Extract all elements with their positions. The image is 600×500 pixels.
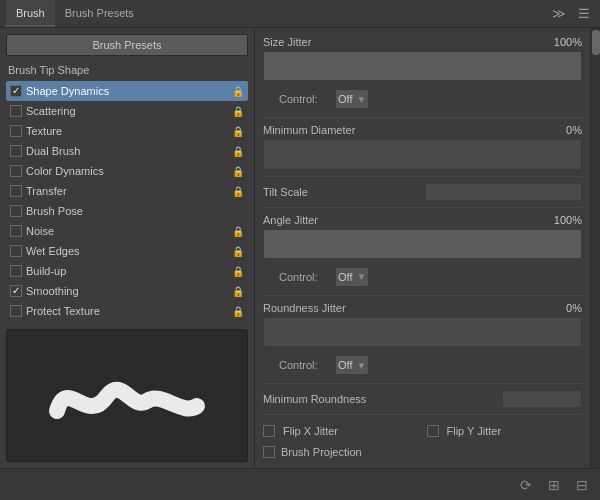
brush-item-brush-pose[interactable]: Brush Pose	[6, 201, 248, 221]
brush-item-build-up[interactable]: Build-up 🔒	[6, 261, 248, 281]
brush-item-protect-texture[interactable]: Protect Texture 🔒	[6, 301, 248, 321]
min-roundness-row: Minimum Roundness	[263, 390, 582, 408]
control-label-1: Control:	[279, 93, 329, 105]
control-dropdown-arrow-2: ▼	[356, 271, 366, 282]
tab-expand-icon[interactable]: ≫	[548, 4, 570, 23]
control-row-2: Control: Off ▼	[263, 265, 582, 289]
lock-icon-color-dynamics: 🔒	[232, 166, 244, 177]
checkbox-noise[interactable]	[10, 225, 22, 237]
checkbox-scattering[interactable]	[10, 105, 22, 117]
label-color-dynamics: Color Dynamics	[26, 165, 228, 177]
divider-3	[263, 207, 582, 208]
main-content: Brush Presets Brush Tip Shape ✓ Shape Dy…	[0, 28, 600, 468]
roundness-jitter-label: Roundness Jitter	[263, 302, 541, 314]
control-dropdown-arrow-3: ▼	[356, 360, 366, 371]
lock-icon-shape-dynamics: 🔒	[232, 86, 244, 97]
label-smoothing: Smoothing	[26, 285, 228, 297]
tab-brush[interactable]: Brush	[6, 0, 55, 27]
tab-menu-icon[interactable]: ☰	[574, 4, 594, 23]
brush-item-texture[interactable]: Texture 🔒	[6, 121, 248, 141]
checkbox-protect-texture[interactable]	[10, 305, 22, 317]
brush-item-scattering[interactable]: Scattering 🔒	[6, 101, 248, 121]
label-brush-pose: Brush Pose	[26, 205, 244, 217]
tab-brush-presets[interactable]: Brush Presets	[55, 0, 144, 27]
control-select-1[interactable]: Off ▼	[335, 89, 369, 109]
lock-icon-texture: 🔒	[232, 126, 244, 137]
divider-6	[263, 414, 582, 415]
min-diameter-value: 0%	[547, 124, 582, 136]
control-select-3[interactable]: Off ▼	[335, 355, 369, 375]
cycle-icon[interactable]: ⟳	[516, 475, 536, 495]
divider-2	[263, 176, 582, 177]
checkbox-transfer[interactable]	[10, 185, 22, 197]
control-select-2[interactable]: Off ▼	[335, 267, 369, 287]
brush-item-dual-brush[interactable]: Dual Brush 🔒	[6, 141, 248, 161]
size-jitter-row: Size Jitter 100%	[263, 36, 582, 48]
label-shape-dynamics: Shape Dynamics	[26, 85, 228, 97]
flip-x-checkbox[interactable]	[263, 425, 275, 437]
checkbox-texture[interactable]	[10, 125, 22, 137]
lock-icon-transfer: 🔒	[232, 186, 244, 197]
flip-x-label: Flip X Jitter	[283, 425, 419, 437]
min-diameter-slider[interactable]	[263, 139, 582, 169]
brush-projection-row: Brush Projection	[263, 444, 582, 460]
flip-y-label: Flip Y Jitter	[447, 425, 583, 437]
brush-item-shape-dynamics[interactable]: ✓ Shape Dynamics 🔒	[6, 81, 248, 101]
control-value-3: Off	[338, 359, 352, 371]
checkbox-wet-edges[interactable]	[10, 245, 22, 257]
checkbox-color-dynamics[interactable]	[10, 165, 22, 177]
brush-item-color-dynamics[interactable]: Color Dynamics 🔒	[6, 161, 248, 181]
grid-icon[interactable]: ⊞	[544, 475, 564, 495]
angle-jitter-slider[interactable]	[263, 229, 582, 259]
checkbox-shape-dynamics[interactable]: ✓	[10, 85, 22, 97]
brush-item-transfer[interactable]: Transfer 🔒	[6, 181, 248, 201]
brush-item-smoothing[interactable]: ✓ Smoothing 🔒	[6, 281, 248, 301]
size-jitter-label: Size Jitter	[263, 36, 541, 48]
label-transfer: Transfer	[26, 185, 228, 197]
lock-icon-dual-brush: 🔒	[232, 146, 244, 157]
min-diameter-label: Minimum Diameter	[263, 124, 541, 136]
check-mark: ✓	[12, 86, 20, 96]
label-protect-texture: Protect Texture	[26, 305, 228, 317]
tilt-scale-label: Tilt Scale	[263, 186, 419, 198]
flip-y-checkbox[interactable]	[427, 425, 439, 437]
min-roundness-field[interactable]	[502, 390, 582, 408]
brush-item-noise[interactable]: Noise 🔒	[6, 221, 248, 241]
control-value-2: Off	[338, 271, 352, 283]
brush-presets-button[interactable]: Brush Presets	[6, 34, 248, 56]
brush-tip-shape-label: Brush Tip Shape	[6, 64, 248, 76]
brush-stroke-svg	[37, 356, 217, 436]
right-scroll-bar[interactable]	[590, 28, 600, 468]
divider-4	[263, 295, 582, 296]
flip-row: Flip X Jitter Flip Y Jitter	[263, 421, 582, 441]
label-scattering: Scattering	[26, 105, 228, 117]
panel-icon[interactable]: ⊟	[572, 475, 592, 495]
label-build-up: Build-up	[26, 265, 228, 277]
min-diameter-row: Minimum Diameter 0%	[263, 124, 582, 136]
control-value-1: Off	[338, 93, 352, 105]
checkbox-brush-pose[interactable]	[10, 205, 22, 217]
left-panel: Brush Presets Brush Tip Shape ✓ Shape Dy…	[0, 28, 255, 468]
label-dual-brush: Dual Brush	[26, 145, 228, 157]
brush-projection-checkbox[interactable]	[263, 446, 275, 458]
control-dropdown-arrow-1: ▼	[356, 94, 366, 105]
brush-item-wet-edges[interactable]: Wet Edges 🔒	[6, 241, 248, 261]
angle-jitter-row: Angle Jitter 100%	[263, 214, 582, 226]
angle-jitter-value: 100%	[547, 214, 582, 226]
checkbox-dual-brush[interactable]	[10, 145, 22, 157]
roundness-jitter-slider[interactable]	[263, 317, 582, 347]
control-row-1: Control: Off ▼	[263, 87, 582, 111]
checkbox-smoothing[interactable]: ✓	[10, 285, 22, 297]
label-texture: Texture	[26, 125, 228, 137]
tab-bar: Brush Brush Presets ≫ ☰	[0, 0, 600, 28]
size-jitter-slider[interactable]	[263, 51, 582, 81]
lock-icon-wet-edges: 🔒	[232, 246, 244, 257]
brush-projection-label: Brush Projection	[281, 446, 582, 458]
check-mark-smoothing: ✓	[12, 286, 20, 296]
right-scroll-thumb[interactable]	[592, 30, 600, 55]
tilt-scale-row: Tilt Scale	[263, 183, 582, 201]
checkbox-build-up[interactable]	[10, 265, 22, 277]
lock-icon-noise: 🔒	[232, 226, 244, 237]
lock-icon-scattering: 🔒	[232, 106, 244, 117]
label-wet-edges: Wet Edges	[26, 245, 228, 257]
